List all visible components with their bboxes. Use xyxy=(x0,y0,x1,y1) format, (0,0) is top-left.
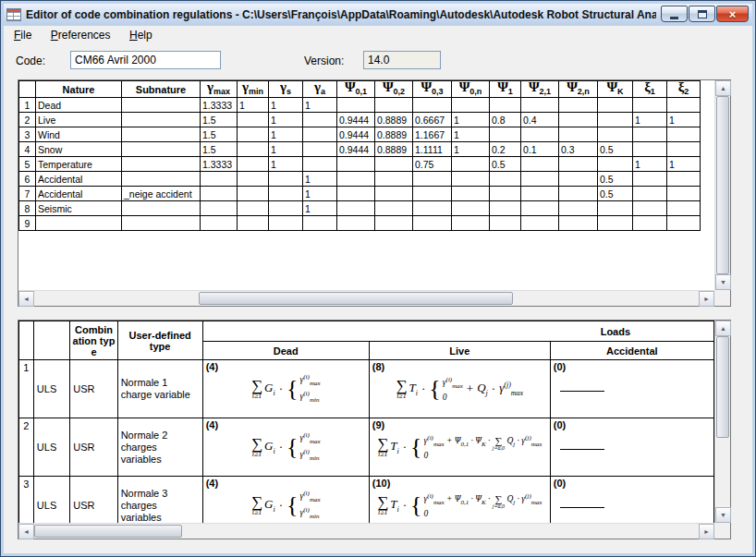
grid-cell[interactable] xyxy=(238,142,269,157)
grid-cell[interactable]: Live xyxy=(36,113,122,127)
load-formula-cell[interactable]: (4)∑i≥1Gi·{γ(i)maxγ(i)min xyxy=(202,418,369,477)
grid-cell[interactable] xyxy=(269,216,303,231)
grid-cell[interactable] xyxy=(598,113,633,127)
grid-cell[interactable] xyxy=(633,98,667,113)
grid-cell[interactable] xyxy=(521,187,559,201)
grid-cell[interactable] xyxy=(238,127,269,142)
row-header[interactable]: 5 xyxy=(19,157,36,172)
grid-cell[interactable] xyxy=(122,127,201,142)
grid-cell[interactable]: 1 xyxy=(452,113,490,127)
scrollbar-thumb[interactable] xyxy=(34,525,182,538)
grid-cell[interactable] xyxy=(122,172,201,187)
grid-cell[interactable]: 1 xyxy=(633,157,667,172)
grid-cell[interactable]: 1.3333 xyxy=(201,157,238,172)
grid-cell[interactable] xyxy=(559,187,598,201)
grid-cell[interactable]: 1 xyxy=(667,113,701,127)
row-header[interactable]: 9 xyxy=(19,216,36,231)
scrollbar-thumb[interactable] xyxy=(716,336,729,438)
grid-cell[interactable]: 0.4 xyxy=(521,113,559,127)
grid-cell[interactable]: 0.1 xyxy=(521,142,559,157)
grid-cell[interactable]: 0.9444 xyxy=(337,142,375,157)
grid-cell[interactable] xyxy=(122,142,201,157)
row-header[interactable]: 4 xyxy=(19,142,36,157)
grid-cell[interactable] xyxy=(122,216,201,231)
grid-cell[interactable] xyxy=(490,98,521,113)
grid-cell[interactable] xyxy=(490,187,521,201)
row-header[interactable]: 8 xyxy=(19,201,36,216)
grid-cell[interactable] xyxy=(122,157,201,172)
grid-cell[interactable] xyxy=(413,98,452,113)
grid-cell[interactable]: Accidental xyxy=(36,187,122,201)
grid-cell[interactable] xyxy=(201,201,238,216)
grid-cell[interactable]: 1 xyxy=(303,172,337,187)
menu-help[interactable]: Help xyxy=(122,26,160,43)
combination-type-cell[interactable]: USR xyxy=(70,418,117,477)
load-formula-cell[interactable]: (0) xyxy=(550,477,713,524)
load-formula-cell[interactable]: (8)∑i≥1Ti·{γ(i)max0+Qj·γ(j)max xyxy=(369,360,550,418)
grid-cell[interactable]: 1 xyxy=(238,98,269,113)
grid-cell[interactable]: 1 xyxy=(633,113,667,127)
scroll-right-icon[interactable]: ► xyxy=(699,291,714,307)
grid-cell[interactable] xyxy=(303,216,337,231)
grid-cell[interactable]: 1 xyxy=(269,127,303,142)
grid-cell[interactable] xyxy=(337,201,375,216)
grid-cell[interactable] xyxy=(36,216,122,231)
grid-cell[interactable] xyxy=(490,172,521,187)
scroll-down-icon[interactable]: ▼ xyxy=(715,274,731,290)
version-input[interactable] xyxy=(363,51,441,69)
grid-cell[interactable] xyxy=(521,216,559,231)
grid-cell[interactable] xyxy=(303,127,337,142)
grid-cell[interactable]: 1 xyxy=(303,98,337,113)
combination-type-cell[interactable]: USR xyxy=(70,477,117,524)
grid-cell[interactable]: 1.1667 xyxy=(413,127,452,142)
row-header[interactable]: 2 xyxy=(19,418,34,477)
scroll-up-icon[interactable]: ▲ xyxy=(715,80,731,96)
factors-horizontal-scrollbar[interactable]: ◄ ► xyxy=(18,290,714,306)
grid-cell[interactable]: 0.8 xyxy=(490,113,521,127)
menu-file[interactable]: File xyxy=(6,26,39,43)
scrollbar-thumb[interactable] xyxy=(716,96,729,274)
grid-cell[interactable]: 0.2 xyxy=(490,142,521,157)
grid-cell[interactable] xyxy=(238,216,269,231)
row-header[interactable]: 1 xyxy=(19,360,34,418)
grid-cell[interactable] xyxy=(452,98,490,113)
grid-cell[interactable] xyxy=(667,172,701,187)
grid-cell[interactable] xyxy=(598,201,633,216)
grid-cell[interactable]: Accidental xyxy=(36,172,122,187)
grid-cell[interactable]: 1 xyxy=(269,157,303,172)
load-formula-cell[interactable]: (10)∑i≥1Ti·{γ(i)max + Ψ0,1 · ΨK · ∑j=a,0… xyxy=(369,477,550,524)
limit-state-cell[interactable]: ULS xyxy=(33,418,69,477)
grid-cell[interactable] xyxy=(238,172,269,187)
grid-cell[interactable]: 0.8889 xyxy=(375,113,413,127)
row-header[interactable]: 3 xyxy=(19,477,34,524)
grid-cell[interactable] xyxy=(375,201,413,216)
grid-cell[interactable] xyxy=(375,98,413,113)
grid-cell[interactable] xyxy=(303,142,337,157)
row-header[interactable]: 2 xyxy=(19,113,36,127)
limit-state-cell[interactable]: ULS xyxy=(33,360,69,418)
grid-cell[interactable] xyxy=(375,216,413,231)
scroll-right-icon[interactable]: ► xyxy=(699,524,714,539)
load-formula-cell[interactable]: (0) xyxy=(550,418,713,477)
grid-cell[interactable]: 0.8889 xyxy=(375,127,413,142)
row-header[interactable]: 7 xyxy=(19,187,36,201)
load-formula-cell[interactable]: (0) xyxy=(550,360,713,418)
grid-cell[interactable] xyxy=(667,142,701,157)
grid-cell[interactable] xyxy=(559,127,598,142)
grid-cell[interactable] xyxy=(337,187,375,201)
grid-cell[interactable] xyxy=(337,172,375,187)
grid-cell[interactable] xyxy=(303,113,337,127)
grid-cell[interactable]: 0.6667 xyxy=(413,113,452,127)
grid-cell[interactable] xyxy=(413,216,452,231)
grid-cell[interactable]: Temperature xyxy=(36,157,122,172)
grid-cell[interactable] xyxy=(201,216,238,231)
grid-cell[interactable] xyxy=(452,172,490,187)
grid-cell[interactable] xyxy=(521,172,559,187)
grid-cell[interactable] xyxy=(452,201,490,216)
scrollbar-thumb[interactable] xyxy=(199,292,513,305)
grid-cell[interactable]: 1 xyxy=(303,187,337,201)
grid-cell[interactable]: 1 xyxy=(269,113,303,127)
grid-cell[interactable] xyxy=(122,113,201,127)
grid-cell[interactable] xyxy=(490,201,521,216)
grid-cell[interactable]: 0.5 xyxy=(598,172,633,187)
